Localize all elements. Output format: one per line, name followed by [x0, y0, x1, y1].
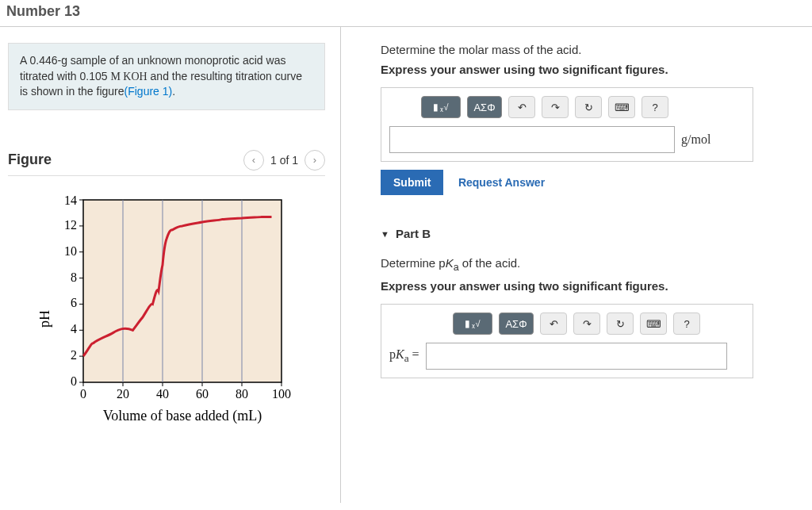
svg-text:20: 20	[117, 387, 129, 401]
collapse-icon: ▼	[381, 229, 389, 239]
undo-button[interactable]: ↶	[540, 313, 567, 335]
page-title: Number 13	[0, 0, 812, 26]
problem-koh: M KOH	[110, 71, 147, 82]
template-button[interactable]: ▮ᵪ√	[421, 96, 461, 118]
keyboard-button[interactable]: ⌨	[608, 96, 635, 118]
figure-divider	[8, 175, 325, 176]
svg-text:14: 14	[64, 194, 77, 207]
figure-title: Figure	[8, 151, 52, 168]
figure-prev-button[interactable]: ‹	[243, 150, 264, 171]
figure-link[interactable]: (Figure 1)	[124, 85, 173, 98]
part-b-toolbar: ▮ᵪ√ ΑΣΦ ↶ ↷ ↻ ⌨ ?	[389, 313, 745, 335]
problem-statement: A 0.446-g sample of an unknown monoproti…	[8, 43, 325, 110]
chart-container: pH 0 2 4 6 8 10	[8, 192, 329, 430]
part-a-answer-box: ▮ᵪ√ ΑΣΦ ↶ ↷ ↻ ⌨ ? g/mol	[381, 87, 753, 162]
svg-text:80: 80	[236, 387, 248, 401]
svg-text:0: 0	[80, 387, 86, 401]
greek-button[interactable]: ΑΣΦ	[467, 96, 502, 118]
greek-button[interactable]: ΑΣΦ	[499, 313, 534, 335]
y-axis-label: pH	[40, 310, 52, 328]
help-button[interactable]: ?	[642, 96, 668, 118]
redo-button[interactable]: ↷	[573, 313, 600, 335]
problem-text-c: .	[172, 85, 175, 98]
figure-next-button[interactable]: ›	[304, 150, 325, 171]
svg-text:8: 8	[71, 270, 77, 284]
titration-chart: pH 0 2 4 6 8 10	[40, 192, 301, 430]
part-b-answer-input[interactable]	[426, 343, 727, 370]
part-a-toolbar: ▮ᵪ√ ΑΣΦ ↶ ↷ ↻ ⌨ ?	[389, 96, 745, 118]
svg-text:2: 2	[71, 348, 77, 362]
request-answer-link[interactable]: Request Answer	[458, 176, 545, 189]
reset-button[interactable]: ↻	[607, 313, 634, 335]
figure-pager-label: 1 of 1	[270, 154, 298, 167]
svg-text:0: 0	[71, 374, 77, 388]
part-b-variable-label: pKa =	[389, 347, 419, 365]
part-a-subinstruction: Express your answer using two significan…	[381, 63, 804, 76]
reset-button[interactable]: ↻	[575, 96, 602, 118]
figure-pager: ‹ 1 of 1 ›	[243, 150, 325, 171]
part-b-title: Part B	[396, 227, 431, 240]
part-b-answer-box: ▮ᵪ√ ΑΣΦ ↶ ↷ ↻ ⌨ ? pKa =	[381, 304, 753, 378]
undo-button[interactable]: ↶	[508, 96, 535, 118]
help-button[interactable]: ?	[673, 313, 700, 335]
part-a-answer-input[interactable]	[389, 126, 675, 153]
svg-text:10: 10	[64, 244, 77, 258]
svg-text:6: 6	[71, 296, 77, 309]
svg-text:60: 60	[196, 387, 209, 401]
part-b-header[interactable]: ▼ Part B	[381, 227, 804, 240]
svg-text:40: 40	[156, 387, 169, 401]
part-a-unit: g/mol	[681, 132, 710, 147]
redo-button[interactable]: ↷	[542, 96, 569, 118]
plot-background	[83, 200, 282, 382]
part-b-instruction: Determine pKa of the acid.	[381, 256, 804, 273]
left-panel: A 0.446-g sample of an unknown monoproti…	[0, 27, 341, 503]
x-tick-labels: 0 20 40 60 80 100	[80, 382, 291, 401]
template-button[interactable]: ▮ᵪ√	[453, 313, 492, 335]
submit-button[interactable]: Submit	[381, 170, 443, 195]
x-axis-label: Volume of base added (mL)	[103, 408, 262, 424]
svg-text:12: 12	[64, 218, 77, 232]
svg-text:4: 4	[71, 322, 77, 336]
part-b-subinstruction: Express your answer using two significan…	[381, 279, 804, 293]
y-tick-labels: 0 2 4 6 8 10 12 14	[64, 194, 83, 388]
part-a-instruction: Determine the molar mass of the acid.	[381, 43, 804, 56]
keyboard-button[interactable]: ⌨	[640, 313, 667, 335]
svg-text:100: 100	[272, 387, 291, 401]
right-panel: Determine the molar mass of the acid. Ex…	[341, 27, 812, 503]
